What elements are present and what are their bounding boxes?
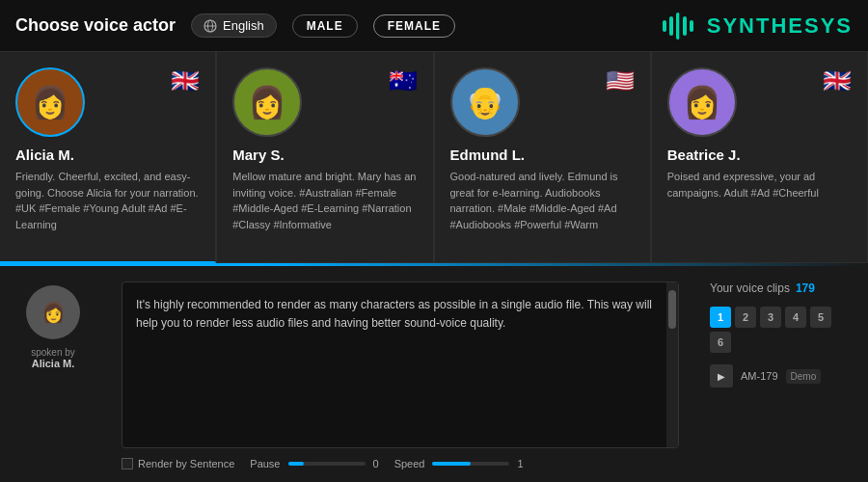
clip-6[interactable]: 6 [710,332,731,353]
speed-label: Speed [394,458,425,469]
scrollbar[interactable] [666,282,678,447]
clip-3[interactable]: 3 [760,307,781,328]
clip-2[interactable]: 2 [735,307,756,328]
clip-4[interactable]: 4 [785,307,806,328]
actor-flag-0: 🇬🇧 [171,67,200,94]
card-top: 👴 🇺🇸 [450,67,635,137]
actor-flag-1: 🇦🇺 [389,67,418,94]
bottom-section: 👩 spoken by Alicia M. It's highly recomm… [0,266,868,482]
voice-clips-header: Your voice clips 179 [710,281,853,295]
language-button[interactable]: English [191,13,277,38]
play-button[interactable]: ▶ [710,364,733,388]
clips-grid: 123456 [710,307,853,353]
controls-row: Render by Sentence Pause 0 Speed 1 [122,458,679,469]
demo-badge: Demo [786,369,822,384]
actor-avatar-1: 👩 [232,67,302,137]
actor-avatar-2: 👴 [450,67,520,137]
svg-rect-3 [663,20,666,32]
card-top: 👩 🇬🇧 [667,67,852,137]
actor-desc-1: Mellow mature and bright. Mary has an in… [232,169,417,232]
logo-text: SYNTHESYS [707,13,853,39]
voice-actors-section: 👩 🇬🇧 Alicia M. Friendly. Cheerful, excit… [0,51,868,263]
language-label: English [223,18,264,33]
spoken-by-label: spoken by [31,347,75,358]
male-gender-button[interactable]: MALE [292,14,358,38]
card-top: 👩 🇦🇺 [232,67,417,137]
card-top: 👩 🇬🇧 [15,67,200,137]
pause-slider[interactable] [288,462,366,466]
voice-clips-title: Your voice clips [710,281,790,295]
actor-avatar-3: 👩 [667,67,737,137]
demo-row: ▶ AM-179 Demo [710,364,853,388]
pause-label: Pause [250,458,280,469]
actor-flag-2: 🇺🇸 [606,67,635,94]
pause-value: 0 [373,458,379,469]
text-area-wrapper: It's highly recommended to render as man… [122,281,679,448]
selected-avatar: 👩 [26,285,80,339]
synthesys-wave-icon [661,13,699,40]
actor-desc-0: Friendly. Cheerful, excited, and easy-go… [15,169,200,232]
page-title: Choose voice actor [15,15,176,36]
globe-icon [203,19,217,33]
clip-5[interactable]: 5 [810,307,831,328]
svg-rect-7 [690,20,693,32]
voice-card-3[interactable]: 👩 🇬🇧 Beatrice J. Poised and expressive, … [651,51,868,263]
actor-desc-2: Good-natured and lively. Edmund is great… [450,169,635,232]
actor-avatar-0: 👩 [15,67,85,137]
demo-track-label: AM-179 [741,370,778,382]
voice-clips-panel: Your voice clips 179 123456 ▶ AM-179 Dem… [694,266,868,482]
logo-area: SYNTHESYS [661,13,853,40]
voice-card-0[interactable]: 👩 🇬🇧 Alicia M. Friendly. Cheerful, excit… [0,51,216,263]
speed-slider-fill [432,462,471,466]
voice-card-2[interactable]: 👴 🇺🇸 Edmund L. Good-natured and lively. … [434,51,651,263]
text-panel: It's highly recommended to render as man… [106,266,694,482]
speed-value: 1 [517,458,523,469]
clip-1[interactable]: 1 [710,307,731,328]
clips-count: 179 [796,281,815,295]
render-sentence-checkbox[interactable] [122,458,133,469]
speed-control: Speed 1 [394,458,524,469]
svg-rect-6 [683,16,687,36]
render-sentence-label[interactable]: Render by Sentence [122,458,234,469]
actor-name-2: Edmund L. [450,147,635,163]
actor-flag-3: 🇬🇧 [823,67,852,94]
svg-rect-4 [669,16,673,36]
actor-desc-3: Poised and expressive, your ad campaigns… [667,169,852,201]
actor-name-0: Alicia M. [15,147,200,163]
actor-name-3: Beatrice J. [667,147,852,163]
selected-actor-panel: 👩 spoken by Alicia M. [0,266,106,482]
female-gender-button[interactable]: FEMALE [373,14,455,38]
speed-slider[interactable] [432,462,509,466]
header: Choose voice actor English MALE FEMALE S… [0,0,868,51]
actor-name-1: Mary S. [232,147,417,163]
pause-control: Pause 0 [250,458,378,469]
pause-slider-fill [288,462,304,466]
scrollbar-thumb [668,290,676,329]
script-text[interactable]: It's highly recommended to render as man… [122,282,666,447]
spoken-by-name: Alicia M. [32,358,75,369]
voice-card-1[interactable]: 👩 🇦🇺 Mary S. Mellow mature and bright. M… [216,51,433,263]
